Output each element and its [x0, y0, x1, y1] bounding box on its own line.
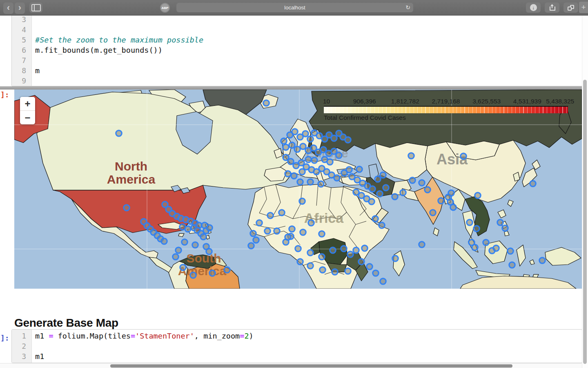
markdown-heading: Generate Base Map	[14, 316, 118, 330]
map-marker	[180, 265, 186, 270]
legend-tick-label: 1,812,782	[391, 98, 419, 105]
new-tab-button[interactable]: +	[579, 2, 588, 13]
plus-icon: +	[581, 3, 586, 12]
map-marker	[359, 259, 364, 265]
code-line[interactable]: m1 = folium.Map(tiles='StamenToner', min…	[35, 331, 582, 341]
sidebar-icon	[31, 4, 41, 11]
line-number: 7	[12, 55, 31, 65]
code-editor[interactable]: #Set the zoom to the maximum possiblem.f…	[32, 13, 582, 86]
code-line[interactable]	[35, 76, 582, 86]
code-line[interactable]	[35, 341, 582, 351]
map-marker	[288, 159, 294, 164]
downloads-button[interactable]: ↓	[526, 2, 541, 13]
reload-icon[interactable]: ↻	[405, 4, 410, 11]
map-marker	[173, 254, 178, 260]
map-marker	[256, 220, 262, 226]
cell-gutter: 3456789	[12, 13, 32, 86]
forward-button[interactable]: ›	[15, 2, 25, 14]
horizontal-scrollbar[interactable]	[0, 363, 588, 368]
map-marker	[176, 247, 181, 253]
map-marker	[362, 245, 368, 251]
map-marker	[341, 246, 347, 251]
code-line[interactable]: m	[35, 65, 582, 76]
code-editor[interactable]: m1 = folium.Map(tiles='StamenToner', min…	[32, 330, 582, 363]
code-line[interactable]	[35, 14, 582, 25]
horizontal-scrollbar-thumb[interactable]	[110, 364, 512, 368]
line-number: 2	[12, 341, 31, 351]
line-number: 3	[12, 351, 31, 361]
code-line[interactable]	[35, 55, 582, 65]
map-marker	[375, 176, 381, 182]
map-marker	[408, 153, 414, 159]
line-number: 4	[12, 25, 31, 35]
code-line[interactable]: #Set the zoom to the maximum possible	[35, 35, 582, 45]
map-marker	[297, 259, 303, 265]
zoom-out-button[interactable]: −	[20, 110, 35, 124]
map-marker	[307, 136, 313, 142]
forward-icon: ›	[18, 3, 21, 12]
code-line[interactable]: m.fit_bounds(m.get_bounds())	[35, 45, 582, 55]
sidebar-toggle-button[interactable]	[29, 2, 42, 13]
map-marker	[202, 222, 207, 228]
map-marker	[318, 181, 324, 187]
back-icon: ‹	[7, 3, 10, 12]
map-marker	[283, 144, 289, 150]
map-marker	[291, 173, 297, 179]
map-marker	[180, 224, 185, 230]
map-marker	[383, 185, 389, 191]
map-marker	[373, 270, 379, 276]
line-number: 1	[12, 331, 31, 341]
map-marker	[330, 247, 336, 253]
vertical-scrollbar[interactable]	[582, 15, 588, 368]
vertical-scrollbar-thumb[interactable]	[583, 80, 587, 364]
map-marker	[308, 220, 314, 226]
map-marker	[200, 234, 206, 240]
map-marker	[300, 144, 306, 149]
out-prompt: ]:	[0, 90, 9, 99]
map-marker	[377, 191, 383, 197]
abp-label: ABP	[162, 6, 169, 10]
top-code-cell[interactable]: 3456789 #Set the zoom to the maximum pos…	[11, 13, 582, 86]
browser-toolbar: ‹ › ABP localhost ↻ ↓ +	[0, 0, 588, 16]
map-marker	[289, 142, 295, 148]
map-marker	[345, 137, 351, 143]
legend-tick-label: 4,531,939	[513, 98, 541, 105]
map-marker	[319, 254, 325, 260]
map-marker	[312, 157, 317, 163]
map-marker	[448, 190, 454, 196]
map-marker	[299, 198, 305, 204]
code-line[interactable]	[35, 25, 582, 35]
abp-badge[interactable]: ABP	[160, 3, 170, 13]
map-marker	[279, 210, 285, 215]
zoom-in-button[interactable]: +	[20, 97, 35, 110]
map-marker	[419, 242, 425, 247]
map-marker	[263, 100, 269, 106]
map-marker	[474, 226, 479, 231]
tabs-icon	[568, 5, 574, 11]
map-marker	[467, 220, 472, 225]
map-output[interactable]: NorthAmericaSouthAmericaEuropeAfricaAsia…	[14, 90, 582, 289]
bottom-code-cell[interactable]: 123 m1 = folium.Map(tiles='StamenToner',…	[11, 329, 582, 363]
map-marker	[289, 226, 295, 232]
show-tabs-button[interactable]	[564, 2, 578, 13]
legend-tick-label: 5,438,325	[546, 98, 574, 105]
map-marker	[116, 130, 122, 136]
cell-gutter: 123	[12, 330, 32, 363]
map-marker	[472, 245, 478, 250]
line-number: 5	[12, 35, 31, 45]
url-text: localhost	[284, 4, 305, 11]
map-marker	[182, 239, 187, 245]
line-number: 9	[12, 76, 31, 86]
map-marker	[347, 251, 353, 257]
line-number: 3	[12, 14, 31, 25]
code-line[interactable]: m1	[35, 351, 582, 361]
line-number: 6	[12, 45, 31, 55]
map-marker	[250, 231, 256, 236]
map-marker	[300, 229, 306, 235]
back-button[interactable]: ‹	[3, 2, 13, 14]
map-marker	[336, 153, 342, 158]
url-field[interactable]: localhost ↻	[176, 3, 413, 12]
share-button[interactable]	[545, 2, 559, 13]
map-marker	[392, 194, 398, 200]
map-marker	[206, 249, 212, 254]
